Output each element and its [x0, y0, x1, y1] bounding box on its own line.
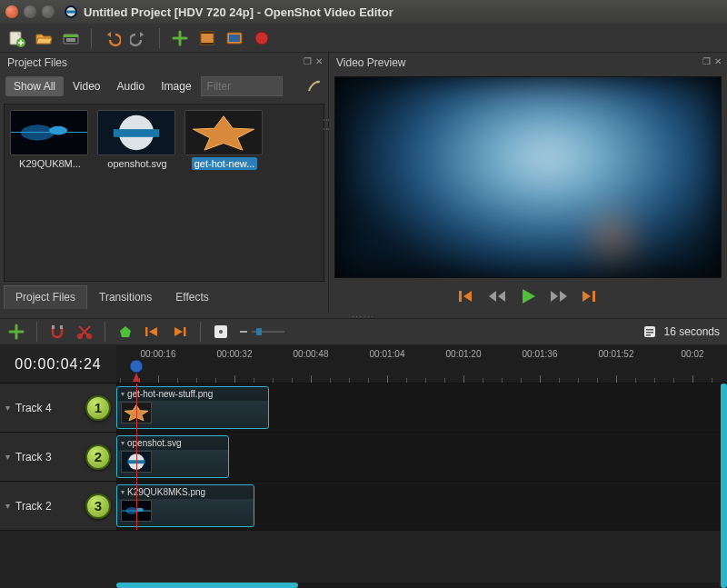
project-file-item[interactable]: get-hot-new... [184, 110, 264, 172]
window-minimize-button[interactable] [24, 5, 36, 18]
svg-rect-26 [52, 325, 55, 329]
chevron-down-icon: ▾ [121, 390, 124, 398]
main-toolbar [0, 24, 727, 53]
add-marker-button[interactable] [116, 323, 134, 341]
file-thumbnail [184, 110, 263, 155]
ruler-label: 00:00:32 [217, 349, 253, 359]
track-header[interactable]: ▾ Track 4 1 [0, 384, 116, 432]
razor-button[interactable] [75, 323, 94, 341]
filter-audio-button[interactable]: Audio [110, 77, 153, 95]
window-close-button[interactable] [5, 5, 18, 18]
track-lane[interactable]: ▾K29QUK8MKS.png [116, 482, 727, 530]
play-button[interactable] [519, 287, 537, 305]
redo-button[interactable] [130, 29, 148, 47]
dock-close-icon[interactable]: ✕ [315, 56, 323, 66]
track-header[interactable]: ▾ Track 3 2 [0, 433, 116, 481]
open-project-button[interactable] [35, 29, 53, 47]
project-files-area[interactable]: K29QUK8M...openshot.svgget-hot-new... [4, 104, 324, 282]
project-file-item[interactable]: openshot.svg [97, 110, 177, 172]
timecode-display: 00:00:04:24 [0, 345, 116, 383]
window-title: Untitled Project [HDV 720 24p] - OpenSho… [84, 5, 393, 19]
ruler-label: 00:01:36 [523, 349, 558, 359]
tab-effects[interactable]: Effects [164, 285, 220, 309]
timeline-ruler[interactable]: 00:00:1600:00:3200:00:4800:01:0400:01:20… [116, 345, 727, 383]
track-lane[interactable]: ▾get-hot-new-stuff.png [116, 384, 727, 432]
track-name-label: Track 3 [15, 451, 52, 463]
ruler-label: 00:01:04 [370, 349, 405, 359]
choose-profile-button[interactable] [198, 29, 216, 47]
timeline-clip[interactable]: ▾get-hot-new-stuff.png [116, 386, 269, 429]
filter-show-all-button[interactable]: Show All [5, 76, 64, 96]
project-file-item[interactable]: K29QUK8M... [10, 110, 90, 172]
jump-end-button[interactable] [581, 289, 597, 304]
file-filter-row: Show All Video Audio Image [0, 73, 328, 100]
ruler-label: 00:02 [681, 349, 703, 359]
upper-panels: Project Files ❐ ✕ Show All Video Audio I… [0, 53, 727, 313]
timeline-clip[interactable]: ▾openshot.svg [116, 435, 229, 478]
timeline-vertical-scrollbar[interactable] [721, 384, 727, 588]
filter-input[interactable] [201, 76, 283, 96]
tab-transitions[interactable]: Transitions [87, 285, 164, 309]
svg-rect-39 [646, 332, 653, 334]
undo-button[interactable] [103, 29, 121, 47]
new-project-button[interactable] [7, 29, 25, 47]
rewind-button[interactable] [488, 290, 506, 303]
prev-marker-button[interactable] [144, 323, 162, 341]
preview-viewport[interactable] [334, 76, 722, 278]
center-playhead-button[interactable] [212, 323, 230, 341]
ruler-label: 00:00:48 [294, 349, 329, 359]
ruler-tick [311, 375, 312, 383]
svg-point-33 [219, 330, 223, 334]
ruler-tick [540, 375, 541, 383]
dock-close-icon[interactable]: ✕ [714, 56, 722, 66]
filter-video-button[interactable]: Video [65, 77, 107, 95]
add-track-button[interactable] [7, 323, 25, 341]
fullscreen-button[interactable] [225, 29, 244, 47]
svg-rect-34 [240, 331, 247, 333]
file-thumbnail [97, 110, 175, 155]
playhead-marker[interactable] [136, 360, 153, 383]
timeline-toolbar: 16 seconds [0, 318, 727, 345]
zoom-slider[interactable] [239, 327, 284, 336]
save-project-button[interactable] [62, 29, 80, 47]
export-video-button[interactable] [253, 29, 271, 47]
dock-detach-icon[interactable]: ❐ [702, 56, 711, 66]
import-files-button[interactable] [171, 29, 189, 47]
dock-detach-icon[interactable]: ❐ [304, 56, 312, 66]
project-files-title: Project Files ❐ ✕ [0, 53, 328, 73]
chevron-down-icon: ▾ [121, 439, 124, 447]
tab-project-files[interactable]: Project Files [4, 285, 87, 309]
track-header[interactable]: ▾ Track 2 3 [0, 482, 116, 530]
window-maximize-button[interactable] [42, 5, 55, 18]
zoom-readout-icon [641, 323, 659, 341]
next-marker-button[interactable] [171, 323, 189, 341]
svg-rect-31 [184, 327, 186, 336]
panel-title-text: Video Preview [336, 56, 406, 69]
track-lane[interactable]: ▾openshot.svg [116, 433, 727, 481]
video-preview-panel: Video Preview ❐ ✕ [329, 53, 727, 313]
svg-rect-12 [229, 35, 240, 42]
track-name-label: Track 2 [15, 500, 52, 513]
ruler-tick [692, 375, 693, 383]
ruler-label: 00:01:20 [446, 349, 482, 359]
jump-start-button[interactable] [459, 289, 475, 304]
zoom-seconds-label: 16 seconds [664, 325, 720, 338]
panel-title-text: Project Files [7, 56, 67, 69]
timeline: 00:00:04:24 00:00:1600:00:3200:00:4800:0… [0, 345, 727, 588]
filter-image-button[interactable]: Image [154, 77, 198, 95]
svg-rect-30 [145, 327, 148, 336]
svg-point-15 [316, 81, 320, 84]
svg-rect-24 [459, 291, 462, 302]
clip-title: ▾get-hot-new-stuff.png [117, 387, 268, 401]
chevron-down-icon: ▾ [5, 452, 10, 462]
snap-button[interactable] [48, 323, 66, 341]
fast-forward-button[interactable] [550, 290, 568, 303]
timeline-horizontal-scrollbar[interactable] [116, 583, 719, 588]
panel-resize-handle[interactable]: ⋮⋮ [323, 116, 331, 135]
toolbar-separator [36, 322, 37, 342]
svg-rect-25 [593, 291, 595, 302]
clear-filter-button[interactable] [304, 77, 323, 95]
svg-rect-22 [114, 129, 159, 137]
video-preview-title: Video Preview ❐ ✕ [329, 53, 727, 73]
svg-rect-8 [201, 32, 214, 45]
